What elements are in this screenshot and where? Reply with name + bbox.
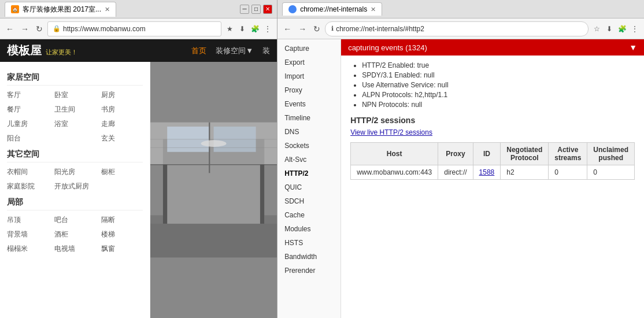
net-menu-modules[interactable]: Modules [277, 222, 340, 236]
nav-item[interactable]: 背景墙 [7, 228, 49, 241]
net-sidebar: Capture Export Import Proxy Events Timel… [277, 39, 341, 318]
forward-button[interactable]: → [18, 23, 31, 35]
right-extension-icon[interactable]: 🧩 [616, 23, 628, 35]
right-url: chrome://net-internals/#http2 [336, 25, 582, 33]
nav-item[interactable]: 阳台 [7, 132, 49, 145]
svg-rect-9 [163, 165, 167, 224]
nav-decoration[interactable]: 装修空间▼ [216, 46, 253, 56]
right-bookmark-icon[interactable]: ☆ [591, 23, 602, 35]
capture-bar: capturing events (1324) ▼ [341, 39, 644, 56]
right-address-bar[interactable]: ℹ chrome://net-internals/#http2 [325, 21, 589, 36]
nav-item[interactable]: 电视墙 [54, 243, 96, 255]
right-back-button[interactable]: ← [281, 23, 294, 35]
room-image-svg [150, 62, 277, 318]
right-tab-title: chrome://net-internals [300, 5, 367, 13]
net-menu-import[interactable]: Import [277, 69, 340, 83]
close-button[interactable]: ✕ [263, 5, 272, 14]
left-address-bar[interactable]: 🔒 https://www.mobanwu.com [47, 21, 221, 36]
download-icon[interactable]: ⬇ [236, 23, 248, 35]
left-tab-close[interactable]: ✕ [105, 6, 110, 13]
net-menu-quic[interactable]: QUIC [277, 180, 340, 194]
nav-item[interactable]: 吧台 [54, 214, 96, 226]
nav-item[interactable]: 家庭影院 [7, 180, 49, 193]
net-menu-timeline[interactable]: Timeline [277, 111, 340, 125]
nav-item[interactable]: 橱柜 [101, 166, 143, 178]
left-toolbar-icons: ★ ⬇ 🧩 ⋮ [224, 23, 273, 35]
nav-item[interactable]: 儿童房 [7, 118, 49, 130]
th-id: ID [473, 143, 501, 165]
info-item-alt-service: Use Alternative Service: null [362, 81, 635, 89]
minimize-button[interactable]: ─ [240, 5, 249, 14]
net-menu-sockets[interactable]: Sockets [277, 139, 340, 153]
net-menu-alt-svc[interactable]: Alt-Svc [277, 153, 340, 167]
right-toolbar-icons: ☆ ⬇ 🧩 ⋮ [591, 23, 641, 35]
nav-item[interactable]: 吊顶 [7, 214, 49, 226]
nav-item[interactable]: 卫生间 [54, 103, 96, 116]
capture-bar-arrow: ▼ [629, 43, 637, 52]
reload-button[interactable]: ↻ [34, 23, 45, 35]
net-menu-cache[interactable]: Cache [277, 208, 340, 222]
net-menu-dns[interactable]: DNS [277, 125, 340, 139]
local-nav-grid: 吊顶 吧台 隔断 背景墙 酒柜 楼梯 榻榻米 电视墙 飘窗 [7, 214, 143, 255]
nav-item[interactable]: 厨房 [101, 89, 143, 101]
left-tab-bar: 🏠 客厅装修效果图 2017室... ✕ [5, 0, 116, 19]
right-menu-icon[interactable]: ⋮ [629, 23, 641, 35]
td-id: 1588 [473, 165, 501, 180]
nav-item[interactable]: 阳光房 [54, 166, 96, 178]
th-proxy: Proxy [438, 143, 473, 165]
nav-item[interactable]: 衣帽间 [7, 166, 49, 178]
info-list: HTTP/2 Enabled: true SPDY/3.1 Enabled: n… [350, 61, 635, 109]
extension-icon[interactable]: 🧩 [249, 23, 261, 35]
nav-item[interactable]: 书房 [101, 103, 143, 116]
nav-home[interactable]: 首页 [191, 46, 206, 56]
maximize-button[interactable]: □ [251, 5, 261, 14]
nav-item[interactable]: 开放式厨房 [54, 180, 96, 193]
svg-rect-8 [150, 224, 277, 257]
svg-point-11 [201, 140, 227, 147]
site-logo: 模板屋 让家更美！ [7, 43, 77, 58]
nav-item[interactable]: 隔断 [101, 214, 143, 226]
left-tab[interactable]: 🏠 客厅装修效果图 2017室... ✕ [5, 2, 116, 17]
net-menu-http2[interactable]: HTTP/2 [277, 167, 340, 180]
nav-item[interactable]: 玄关 [101, 132, 143, 145]
net-menu-events[interactable]: Events [277, 97, 340, 111]
nav-item[interactable]: 餐厅 [7, 103, 49, 116]
bookmark-icon[interactable]: ★ [224, 23, 235, 35]
info-icon: ℹ [331, 25, 334, 32]
right-reload-button[interactable]: ↻ [311, 23, 323, 35]
menu-icon[interactable]: ⋮ [262, 23, 273, 35]
site-header: 模板屋 让家更美！ 首页 装修空间▼ 装 [0, 39, 277, 62]
right-tab[interactable]: chrome://net-internals ✕ [282, 2, 382, 16]
net-menu-proxy[interactable]: Proxy [277, 83, 340, 97]
session-id-link[interactable]: 1588 [479, 168, 495, 176]
nav-item[interactable]: 浴室 [54, 118, 96, 130]
back-button[interactable]: ← [3, 23, 16, 35]
info-item-http2: HTTP/2 Enabled: true [362, 61, 635, 69]
net-menu-export[interactable]: Export [277, 56, 340, 69]
right-forward-button[interactable]: → [296, 23, 309, 35]
nav-item[interactable]: 卧室 [54, 89, 96, 101]
net-menu-prerender[interactable]: Prerender [277, 264, 340, 278]
right-browser: chrome://net-internals ✕ ← → ↻ ℹ chrome:… [277, 0, 644, 318]
nav-item[interactable]: 楼梯 [101, 228, 143, 241]
net-internals: Capture Export Import Proxy Events Timel… [277, 39, 644, 318]
left-title-bar: 🏠 客厅装修效果图 2017室... ✕ ─ □ ✕ [0, 0, 277, 19]
right-tab-close[interactable]: ✕ [371, 6, 376, 13]
view-live-link[interactable]: View live HTTP/2 sessions [350, 128, 635, 136]
net-content: HTTP/2 Enabled: true SPDY/3.1 Enabled: n… [341, 56, 644, 186]
net-menu-hsts[interactable]: HSTS [277, 236, 340, 250]
nav-item[interactable]: 走廊 [101, 118, 143, 130]
nav-item [54, 132, 96, 145]
left-tab-favicon: 🏠 [11, 5, 19, 13]
other-nav-grid: 衣帽间 阳光房 橱柜 家庭影院 开放式厨房 [7, 166, 143, 193]
net-menu-capture[interactable]: Capture [277, 42, 340, 56]
td-host: www.mobanwu.com:443 [351, 165, 438, 180]
nav-item[interactable]: 客厅 [7, 89, 49, 101]
nav-item[interactable]: 酒柜 [54, 228, 96, 241]
nav-item[interactable]: 飘窗 [101, 243, 143, 255]
right-download-icon[interactable]: ⬇ [604, 23, 615, 35]
site-nav: 首页 装修空间▼ 装 [191, 46, 270, 56]
nav-item[interactable]: 榻榻米 [7, 243, 49, 255]
net-menu-sdch[interactable]: SDCH [277, 194, 340, 208]
net-menu-bandwidth[interactable]: Bandwidth [277, 250, 340, 264]
